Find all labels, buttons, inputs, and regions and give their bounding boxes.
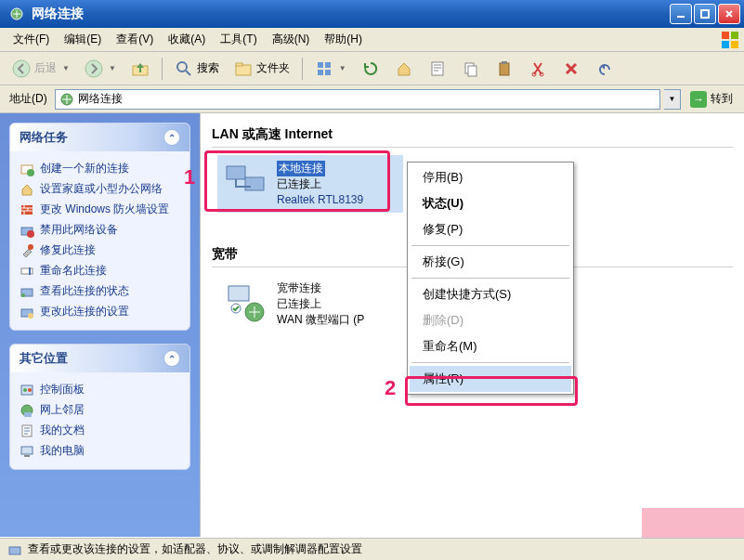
task-status[interactable]: 查看此连接的状态 (20, 281, 180, 302)
svg-point-26 (27, 169, 34, 176)
ctx-shortcut[interactable]: 创建快捷方式(S) (410, 281, 571, 307)
svg-rect-20 (500, 63, 509, 75)
folders-icon (234, 59, 253, 78)
connection-status: 已连接上 (277, 176, 363, 192)
ctx-bridge[interactable]: 桥接(G) (410, 249, 571, 275)
network-tasks-header[interactable]: 网络任务 ⌃ (10, 124, 189, 151)
address-field[interactable]: 网络连接 (55, 89, 660, 110)
other-my-computer[interactable]: 我的电脑 (20, 441, 180, 462)
connection-device: Realtek RTL8139 (277, 192, 363, 208)
titlebar: 网络连接 (0, 0, 744, 28)
cut-button[interactable] (522, 56, 554, 82)
svg-point-29 (27, 230, 34, 238)
properties-button[interactable] (422, 56, 453, 82)
minimize-button[interactable] (670, 4, 692, 24)
close-button[interactable] (718, 4, 740, 24)
search-icon (175, 59, 193, 78)
other-places-header[interactable]: 其它位置 ⌃ (10, 345, 189, 372)
svg-rect-47 (228, 286, 249, 301)
local-area-connection[interactable]: 本地连接 已连接上 Realtek RTL8139 (217, 155, 403, 213)
task-rename[interactable]: 重命名此连接 (20, 261, 180, 281)
ctx-properties[interactable]: 属性(R) (410, 366, 571, 392)
other-my-documents[interactable]: 我的文档 (20, 421, 180, 441)
task-disable[interactable]: 禁用此网络设备 (20, 220, 180, 241)
svg-rect-11 (236, 65, 251, 75)
broadband-connection-icon (223, 280, 268, 325)
task-firewall[interactable]: 更改 Windows 防火墙设置 (20, 200, 180, 220)
address-dropdown[interactable]: ▼ (664, 89, 681, 110)
annotation-label-1: 1 (184, 165, 195, 189)
ctx-status[interactable]: 状态(U) (410, 190, 571, 216)
other-network-places[interactable]: 网上邻居 (20, 400, 180, 421)
address-value: 网络连接 (78, 91, 123, 107)
ctx-rename[interactable]: 重命名(M) (410, 333, 571, 359)
svg-rect-50 (9, 547, 20, 554)
menu-favorites[interactable]: 收藏(A) (161, 29, 213, 50)
network-tasks-panel: 网络任务 ⌃ 创建一个新的连接 设置家庭或小型办公网络 更改 Windows 防… (9, 123, 190, 331)
task-create-connection[interactable]: 创建一个新的连接 (20, 159, 180, 179)
menu-file[interactable]: 文件(F) (6, 29, 57, 50)
documents-icon (20, 423, 34, 438)
broadband-connection[interactable]: 宽带连接 已连接上 WAN 微型端口 (P (217, 275, 403, 332)
disable-icon (20, 223, 34, 238)
menu-tools[interactable]: 工具(T) (213, 29, 264, 50)
menu-view[interactable]: 查看(V) (109, 29, 161, 50)
menubar: 文件(F) 编辑(E) 查看(V) 收藏(A) 工具(T) 高级(N) 帮助(H… (0, 28, 744, 52)
ctx-disable[interactable]: 停用(B) (410, 164, 571, 190)
menu-help[interactable]: 帮助(H) (317, 29, 370, 50)
task-home-network[interactable]: 设置家庭或小型办公网络 (20, 179, 180, 200)
up-button[interactable] (124, 56, 156, 82)
task-settings[interactable]: 更改此连接的设置 (20, 302, 180, 322)
go-button[interactable]: → 转到 (685, 89, 738, 110)
folders-button[interactable]: 文件夹 (228, 56, 296, 82)
menu-advanced[interactable]: 高级(N) (265, 29, 318, 50)
lan-connection-icon (223, 161, 268, 205)
back-icon (12, 59, 31, 78)
svg-rect-31 (21, 268, 33, 274)
undo-button[interactable] (589, 56, 620, 82)
task-repair[interactable]: 修复此连接 (20, 241, 180, 261)
svg-rect-1 (677, 16, 685, 18)
svg-rect-4 (731, 32, 738, 39)
search-button[interactable]: 搜索 (168, 56, 226, 82)
connection-device: WAN 微型端口 (P (277, 312, 364, 328)
forward-icon (85, 59, 103, 78)
home-button[interactable] (388, 56, 420, 82)
ctx-repair[interactable]: 修复(P) (410, 216, 571, 242)
rename-icon (20, 264, 34, 279)
windows-logo-icon (720, 30, 740, 50)
svg-rect-43 (21, 447, 33, 454)
svg-rect-19 (468, 66, 476, 76)
views-button[interactable]: ▼ (308, 56, 353, 82)
control-panel-icon (20, 383, 34, 397)
back-button[interactable]: 后退 ▼ (6, 56, 76, 82)
context-menu: 停用(B) 状态(U) 修复(P) 桥接(G) 创建快捷方式(S) 删除(D) … (407, 162, 574, 395)
connection-name: 本地连接 (277, 161, 325, 176)
dropdown-icon: ▼ (62, 64, 70, 72)
paste-button[interactable] (489, 56, 520, 82)
computer-icon (20, 444, 34, 459)
copy-icon (462, 59, 480, 78)
window-title: 网络连接 (30, 6, 670, 22)
paste-icon (495, 59, 514, 78)
properties-icon (428, 59, 447, 78)
svg-rect-16 (325, 70, 331, 75)
delete-button[interactable] (555, 56, 587, 82)
svg-point-10 (177, 62, 187, 72)
refresh-button[interactable] (355, 56, 386, 82)
collapse-icon: ⌃ (163, 129, 180, 146)
svg-point-8 (85, 60, 102, 77)
copy-button[interactable] (455, 56, 487, 82)
forward-button[interactable]: ▼ (78, 56, 123, 82)
svg-rect-41 (24, 412, 32, 417)
svg-rect-3 (722, 32, 729, 39)
maximize-button[interactable] (694, 4, 716, 24)
settings-icon (20, 305, 34, 319)
other-control-panel[interactable]: 控制面板 (20, 380, 180, 400)
svg-point-34 (21, 293, 25, 297)
svg-rect-44 (24, 455, 30, 457)
connection-status: 已连接上 (277, 296, 364, 312)
menu-edit[interactable]: 编辑(E) (57, 29, 109, 50)
go-arrow-icon: → (690, 91, 707, 108)
svg-rect-45 (227, 166, 245, 179)
